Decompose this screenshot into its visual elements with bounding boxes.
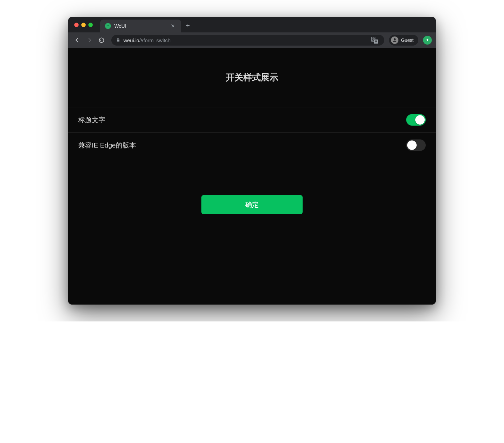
switch-cell: 标题文字	[68, 107, 436, 133]
page-viewport: 开关样式展示 标题文字 兼容IE Edge的版本 确定	[68, 48, 436, 305]
wechat-favicon-icon	[105, 23, 111, 29]
switch-label: 标题文字	[78, 115, 105, 125]
forward-button[interactable]	[84, 35, 94, 45]
profile-chip[interactable]: Guest	[389, 35, 418, 46]
profile-label: Guest	[401, 37, 414, 43]
url-path: /#form_switch	[139, 37, 171, 43]
window-controls	[74, 23, 93, 27]
button-area: 确定	[68, 158, 436, 214]
page-title: 开关样式展示	[68, 48, 436, 107]
url-text: weui.io/#form_switch	[123, 37, 170, 43]
url-host: weui.io	[123, 37, 139, 43]
browser-toolbar: weui.io/#form_switch Guest	[68, 32, 436, 48]
browser-tab[interactable]: WeUI ✕	[100, 20, 181, 32]
reload-button[interactable]	[96, 35, 107, 45]
tab-title: WeUI	[114, 23, 166, 29]
window-close-button[interactable]	[74, 23, 79, 27]
lock-icon	[116, 37, 120, 43]
switch-toggle-title[interactable]	[406, 114, 426, 126]
submit-button[interactable]: 确定	[201, 195, 303, 214]
browser-window: WeUI ✕ + weui.io/#form_switch	[68, 17, 436, 305]
form-cells: 标题文字 兼容IE Edge的版本	[68, 107, 436, 158]
back-button[interactable]	[72, 35, 82, 45]
titlebar: WeUI ✕ +	[68, 17, 436, 32]
update-available-icon[interactable]	[423, 36, 432, 45]
switch-label: 兼容IE Edge的版本	[78, 141, 136, 150]
new-tab-button[interactable]: +	[186, 22, 190, 30]
avatar-icon	[391, 36, 398, 44]
switch-cell: 兼容IE Edge的版本	[68, 133, 436, 158]
switch-toggle-ie-edge[interactable]	[406, 139, 426, 151]
tab-close-button[interactable]: ✕	[169, 23, 176, 29]
switch-knob	[415, 115, 425, 125]
window-minimize-button[interactable]	[81, 23, 86, 27]
address-bar[interactable]: weui.io/#form_switch	[111, 35, 384, 46]
translate-icon[interactable]	[371, 37, 378, 43]
switch-knob	[407, 140, 417, 150]
window-maximize-button[interactable]	[88, 23, 93, 27]
